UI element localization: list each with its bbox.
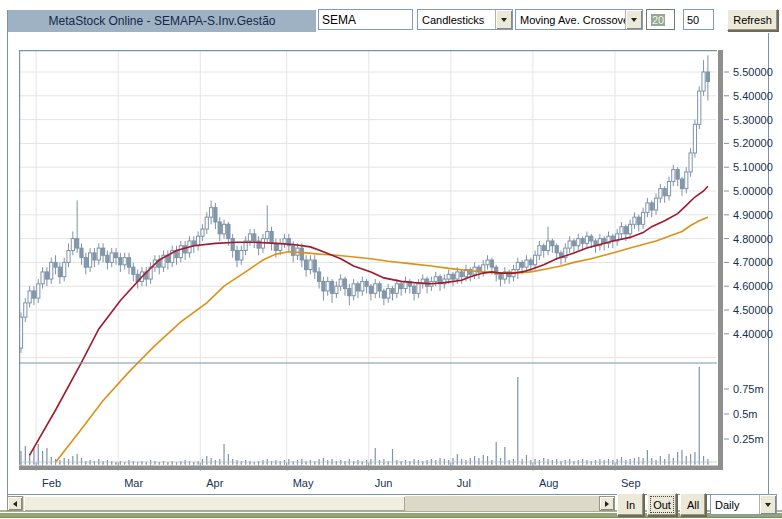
candle xyxy=(447,274,450,279)
zoom-in-button[interactable]: In xyxy=(617,493,644,516)
price-axis-labels: 5.500005.400005.300005.200005.100005.000… xyxy=(724,66,773,340)
candle xyxy=(581,239,584,244)
candle xyxy=(313,260,316,272)
candle xyxy=(197,236,200,246)
candle xyxy=(676,170,679,180)
candle xyxy=(348,289,351,296)
candle xyxy=(417,284,420,294)
candle xyxy=(590,236,593,241)
ma-slow-period-input[interactable] xyxy=(683,9,714,30)
candle xyxy=(240,251,243,261)
chevron-down-icon xyxy=(501,18,507,22)
candle xyxy=(205,217,208,229)
candle xyxy=(382,291,385,298)
candle xyxy=(50,262,53,279)
candle xyxy=(395,284,398,294)
indicator-value: Moving Ave. Crossover xyxy=(516,14,625,26)
candle xyxy=(499,274,502,279)
candle xyxy=(706,72,709,82)
price-tick-label: 5.00000 xyxy=(733,185,773,197)
candles xyxy=(19,55,709,353)
candle xyxy=(93,253,96,260)
chart-type-dropdown-button[interactable] xyxy=(495,10,512,29)
candle xyxy=(387,289,390,299)
candle xyxy=(538,246,541,256)
candle xyxy=(413,286,416,293)
candle xyxy=(45,272,48,279)
candle xyxy=(654,198,657,210)
candle xyxy=(201,229,204,236)
candle xyxy=(365,281,368,286)
volume-tick-label: 0.5m xyxy=(733,408,757,420)
zoom-out-button[interactable]: Out xyxy=(647,493,677,516)
candle xyxy=(127,258,130,268)
candle xyxy=(555,246,558,253)
candle xyxy=(572,241,575,246)
candle xyxy=(356,284,359,291)
candle xyxy=(650,203,653,210)
arrow-left-icon xyxy=(13,501,17,507)
candle xyxy=(490,260,493,267)
candle xyxy=(309,260,312,270)
period-dropdown-button[interactable] xyxy=(759,495,776,514)
candle xyxy=(266,231,269,238)
chevron-down-icon xyxy=(765,503,771,507)
symbol-input[interactable] xyxy=(318,9,413,30)
volume-axis-labels: 0.75m0.5m0.25m xyxy=(724,383,764,445)
candle xyxy=(456,272,459,279)
indicator-dropdown-button[interactable] xyxy=(625,10,642,29)
candle xyxy=(80,248,83,258)
price-tick-label: 4.80000 xyxy=(733,233,773,245)
month-label: Sep xyxy=(621,477,641,489)
month-label: Feb xyxy=(42,477,61,489)
volume-tick-label: 0.75m xyxy=(733,383,764,395)
candle xyxy=(641,212,644,224)
candle xyxy=(184,246,187,253)
candle xyxy=(646,203,649,213)
volume-bar xyxy=(517,377,518,464)
volume-bars xyxy=(20,367,708,464)
time-scrollbar-thumb[interactable] xyxy=(24,496,405,511)
period-select[interactable]: Daily xyxy=(710,494,777,515)
candle xyxy=(248,234,251,241)
candle xyxy=(482,265,485,272)
candle xyxy=(253,234,256,241)
candle xyxy=(702,72,705,91)
price-tick-label: 5.30000 xyxy=(733,114,773,126)
candle xyxy=(84,258,87,268)
candle xyxy=(663,189,666,196)
indicator-select[interactable]: Moving Ave. Crossover xyxy=(515,9,643,30)
candle xyxy=(361,281,364,291)
candle xyxy=(71,239,74,251)
month-label: Apr xyxy=(206,477,223,489)
zoom-all-button[interactable]: All xyxy=(680,493,706,516)
candle xyxy=(300,248,303,260)
candle xyxy=(542,246,545,251)
ma-fast-period-input[interactable]: 20 xyxy=(646,9,675,30)
candle xyxy=(521,262,524,267)
candle xyxy=(101,248,104,255)
candle xyxy=(322,281,325,291)
chart-type-select[interactable]: Candlesticks xyxy=(417,9,513,30)
candle xyxy=(231,239,234,251)
scroll-left-button[interactable] xyxy=(7,496,23,511)
candle xyxy=(330,281,333,293)
candle xyxy=(97,248,100,260)
refresh-button[interactable]: Refresh xyxy=(727,9,778,31)
month-label: Mar xyxy=(124,477,143,489)
month-label: May xyxy=(293,477,314,489)
candle xyxy=(516,262,519,269)
candle xyxy=(209,208,212,218)
candle xyxy=(378,284,381,291)
candle xyxy=(400,284,403,289)
candle xyxy=(63,262,66,276)
candle xyxy=(434,277,437,282)
candle xyxy=(89,253,92,267)
scroll-right-button[interactable] xyxy=(599,496,615,511)
candle xyxy=(41,272,44,284)
window-title-bar: MetaStock Online - SEMAPA-S.Inv.Gestão xyxy=(8,10,316,32)
candle xyxy=(667,181,670,195)
candle xyxy=(326,281,329,291)
ma-fast-period-value: 20 xyxy=(651,14,665,26)
candle xyxy=(32,291,35,298)
